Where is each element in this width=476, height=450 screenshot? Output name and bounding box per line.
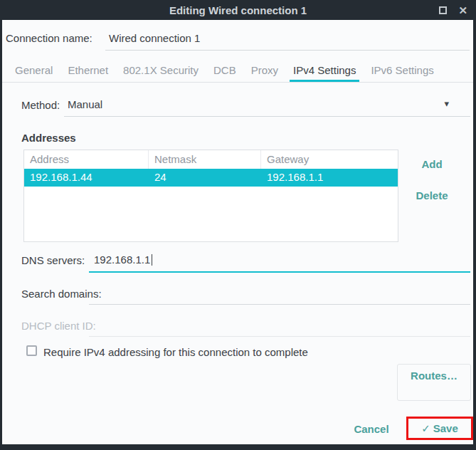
save-button[interactable]: ✓Save	[411, 422, 469, 434]
dns-servers-value: 192.168.1.1	[94, 253, 152, 266]
address-cell: 192.168.1.44	[24, 169, 149, 187]
require-ipv4-checkbox[interactable]	[26, 345, 37, 356]
connection-name-label: Connection name:	[6, 32, 92, 44]
require-ipv4-checkbox-label[interactable]: Require IPv4 addressing for this connect…	[43, 346, 308, 358]
connection-name-value: Wired connection 1	[109, 32, 200, 44]
address-table-row[interactable]: 192.168.1.44 24 192.168.1.1	[24, 169, 398, 187]
dhcp-client-id-label: DHCP client ID:	[21, 320, 96, 332]
column-header-gateway: Gateway	[261, 150, 398, 169]
text-caret	[152, 254, 152, 266]
window-title: Editing Wired connection 1	[169, 4, 307, 16]
settings-tabs: General Ethernet 802.1X Security DCB Pro…	[2, 61, 473, 83]
delete-button[interactable]: Delete	[409, 189, 455, 202]
method-label: Method:	[21, 99, 60, 111]
addresses-table-header: Address Netmask Gateway	[24, 150, 398, 169]
tab-dcb[interactable]: DCB	[210, 61, 240, 82]
save-button-label: Save	[433, 422, 458, 434]
connection-editor-window: Editing Wired connection 1 ✕ Connection …	[0, 0, 476, 450]
routes-button[interactable]: Routes…	[397, 370, 471, 382]
dns-servers-input[interactable]: 192.168.1.1	[89, 249, 470, 273]
column-header-address: Address	[24, 150, 149, 169]
netmask-cell: 24	[149, 169, 261, 187]
window-controls: ✕	[439, 0, 467, 20]
dhcp-client-id-input	[89, 315, 470, 337]
tab-8021x-security[interactable]: 802.1X Security	[120, 61, 202, 82]
tab-general[interactable]: General	[11, 61, 56, 82]
add-button[interactable]: Add	[413, 158, 450, 170]
tab-proxy[interactable]: Proxy	[248, 61, 282, 82]
tab-ethernet[interactable]: Ethernet	[64, 61, 112, 82]
method-select[interactable]: Manual ▾	[64, 94, 470, 117]
addresses-section-title: Addresses	[21, 132, 76, 144]
search-domains-input[interactable]	[89, 283, 470, 305]
column-header-netmask: Netmask	[149, 150, 261, 169]
titlebar[interactable]: Editing Wired connection 1	[0, 0, 476, 20]
check-icon: ✓	[421, 422, 430, 434]
tab-ipv6-settings[interactable]: IPv6 Settings	[367, 61, 437, 82]
dns-servers-label: DNS servers:	[21, 254, 85, 266]
gateway-cell: 192.168.1.1	[261, 169, 398, 187]
method-value: Manual	[68, 98, 102, 110]
close-icon[interactable]: ✕	[458, 5, 467, 16]
addresses-table[interactable]: Address Netmask Gateway 192.168.1.44 24 …	[23, 150, 398, 242]
connection-name-input[interactable]: Wired connection 1	[105, 26, 470, 51]
cancel-button[interactable]: Cancel	[347, 423, 396, 435]
maximize-icon[interactable]	[439, 6, 447, 14]
tab-ipv4-settings[interactable]: IPv4 Settings	[290, 61, 359, 82]
chevron-down-icon: ▾	[444, 98, 449, 109]
